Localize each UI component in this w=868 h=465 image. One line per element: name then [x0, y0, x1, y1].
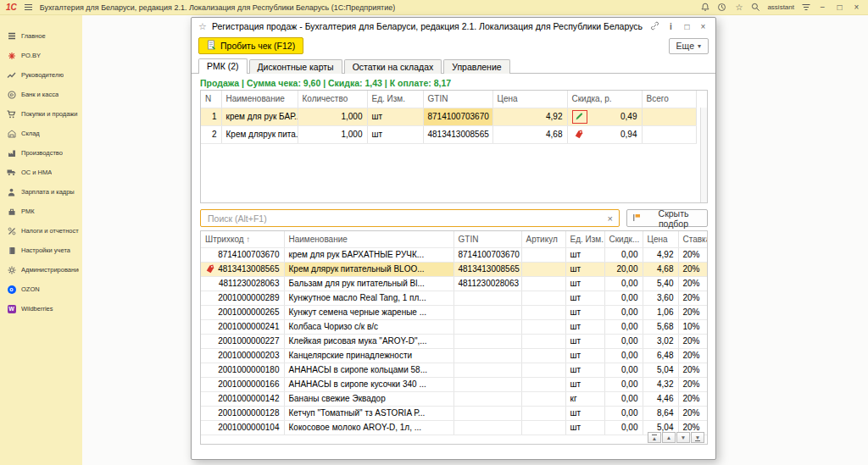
sidebar-item-ozon[interactable]: oOZON	[0, 280, 82, 299]
notifications-bell-icon[interactable]	[699, 3, 710, 12]
sidebar-item-label: Покупки и продажи	[21, 110, 78, 118]
cart-row[interactable]: 2Крем длярук пита...1,000шт4813413008565…	[201, 125, 696, 143]
search-input[interactable]	[206, 213, 605, 224]
get-link-icon[interactable]	[649, 21, 660, 32]
current-user-label[interactable]: assistant	[767, 3, 794, 11]
cart-row[interactable]: 1крем для рук БАР...1,000шт8714100703670…	[201, 108, 696, 125]
hide-picker-label: Скрыть подбор	[645, 208, 702, 229]
sidebar-item-bank-cash[interactable]: Банк и касса	[0, 85, 82, 104]
tab-discount-cards[interactable]: Дисконтные карты	[249, 59, 342, 74]
favorite-star-icon[interactable]: ☆	[198, 21, 207, 32]
cart-col-price[interactable]: Цена	[492, 91, 567, 108]
barcode-value: 2001000000203	[216, 351, 280, 360]
product-row[interactable]: 2001000000241Колбаса Чоризо с/к в/сшт0,0…	[201, 319, 707, 334]
sidebar-item-purchases-sales[interactable]: Покупки и продажи	[0, 104, 82, 124]
maximize-window-icon[interactable]: □	[834, 3, 845, 12]
sidebar-item-label: OZON	[21, 285, 40, 293]
product-row[interactable]: 2001000000104Кокосовое молоко AROY-D, 1л…	[201, 420, 707, 435]
person-icon	[7, 187, 16, 197]
barcode-value: 2001000000241	[216, 322, 280, 331]
cart-icon	[7, 109, 16, 119]
cart-col-n[interactable]: N	[201, 91, 221, 108]
sidebar-item-label: Производство	[21, 149, 63, 157]
products-col-unit[interactable]: Ед. Изм.	[565, 231, 604, 247]
product-row[interactable]: 2001000000227Клейкая рисовая мука "AROY-…	[201, 334, 707, 348]
product-row[interactable]: 2001000000203Канцелярские принадлежности…	[201, 348, 707, 363]
chart-icon	[7, 70, 16, 80]
tab-rmk[interactable]: РМК (2)	[198, 58, 248, 74]
product-row[interactable]: 2001000000289Кунжутное масло Real Tang, …	[201, 291, 707, 305]
cart-col-gtin[interactable]: GTIN	[423, 91, 492, 108]
sidebar-item-label: Банк и касса	[21, 91, 58, 98]
sidebar-item-rmk[interactable]: РМК	[0, 202, 82, 221]
barcode-value: 4813413008565	[216, 264, 280, 274]
clear-search-icon[interactable]: ×	[605, 213, 615, 224]
sidebar-item-administration[interactable]: Администрирование	[0, 260, 82, 280]
cart-col-name[interactable]: Наименование	[221, 91, 298, 108]
main-menu-icon[interactable]	[23, 3, 34, 11]
sidebar-item-salary-hr[interactable]: Зарплата и кадры	[0, 182, 82, 202]
close-form-icon[interactable]: ×	[698, 22, 709, 31]
menu-icon	[7, 31, 16, 41]
product-row[interactable]: 2001000000128Кетчуп "Томатный" тз ASTORI…	[201, 406, 707, 420]
products-col-discount[interactable]: Скидк...	[604, 231, 643, 247]
product-row[interactable]: 4811230028063Бальзам для рук питательный…	[201, 276, 707, 291]
barcode-value: 4811230028063	[216, 279, 280, 288]
sidebar-item-wildberries[interactable]: WWildberries	[0, 299, 82, 318]
products-table-grid: Штрихкод ↑НаименованиеGTINАртикулЕд. Изм…	[201, 231, 708, 435]
pencil-green-icon[interactable]	[572, 110, 587, 124]
go-last-icon[interactable]: ▼	[691, 432, 704, 443]
close-window-icon[interactable]: ×	[851, 3, 862, 12]
go-prev-icon[interactable]: ▲	[662, 432, 676, 443]
go-next-icon[interactable]: ▼	[676, 432, 690, 443]
sidebar-item-manager[interactable]: Руководителю	[0, 65, 82, 85]
search-icon[interactable]	[750, 3, 761, 12]
tab-management[interactable]: Управление	[443, 59, 509, 74]
product-row[interactable]: 2001000000142Бананы свежие Эквадоркг0,00…	[201, 391, 707, 406]
commit-check-button[interactable]: Пробить чек (F12)	[198, 37, 303, 54]
more-label: Еще	[676, 41, 694, 51]
products-col-price[interactable]: Цена	[643, 231, 678, 247]
product-row[interactable]: 2001000000265Кунжут семена черные жарены…	[201, 305, 707, 319]
products-col-article[interactable]: Артикул	[521, 231, 565, 247]
minimize-window-icon[interactable]: −	[817, 3, 828, 12]
truck-icon	[7, 168, 16, 177]
products-col-name[interactable]: Наименование	[284, 231, 453, 247]
products-col-rate[interactable]: Ставка...	[678, 231, 707, 247]
sidebar-item-label: РМК	[21, 208, 35, 215]
product-row[interactable]: 4813413008565Крем длярук питательный BLO…	[201, 262, 707, 276]
cart-table-scrollbar[interactable]	[700, 108, 707, 202]
product-row[interactable]: 2001000000166АНАНАСЫ в сиропе кусочки 34…	[201, 377, 707, 391]
tag-red-icon[interactable]	[572, 129, 586, 141]
sidebar-item-accounting-settings[interactable]: Настройки учета	[0, 241, 82, 260]
service-menu-icon[interactable]	[800, 3, 811, 11]
cart-table-grid: NНаименованиеКоличествоЕд. Изм.GTINЦенаС…	[201, 91, 697, 144]
window-titlebar: ☆ Регистрация продаж - Бухгалтерия для Б…	[192, 18, 715, 35]
picker-panel-icon	[632, 213, 641, 224]
sidebar-item-os-nma[interactable]: ОС и НМА	[0, 163, 82, 182]
hide-picker-button[interactable]: Скрыть подбор	[626, 209, 708, 227]
cart-col-qty[interactable]: Количество	[298, 91, 367, 108]
more-button[interactable]: Еще ▾	[669, 38, 709, 54]
products-col-barcode[interactable]: Штрихкод ↑	[201, 231, 284, 247]
sidebar-item-warehouse[interactable]: Склад	[0, 124, 82, 143]
sidebar-item-taxes[interactable]: Налоги и отчетность	[0, 221, 82, 241]
table-nav-buttons: ▲ ▲ ▼ ▼	[648, 432, 704, 443]
history-icon[interactable]	[716, 3, 727, 12]
tab-warehouse-stock[interactable]: Остатки на складах	[344, 59, 442, 74]
cart-col-total[interactable]: Всего	[642, 91, 696, 108]
product-row[interactable]: 8714100703670крем для рук БАРХАТНЫЕ РУЧК…	[201, 247, 707, 262]
sidebar-item-label: Склад	[21, 130, 40, 137]
cart-col-unit[interactable]: Ед. Изм.	[367, 91, 423, 108]
sidebar-item-main[interactable]: Главное	[0, 26, 82, 46]
cart-col-disc[interactable]: Скидка, р.	[567, 91, 642, 108]
products-col-gtin[interactable]: GTIN	[453, 231, 521, 247]
info-icon[interactable]: i	[665, 22, 676, 31]
go-first-icon[interactable]: ▲	[648, 432, 661, 443]
product-row[interactable]: 2001000000180АНАНАСЫ в сиропе кольцами 5…	[201, 363, 707, 377]
sidebar-item-label: Настройки учета	[21, 246, 70, 254]
maximize-form-icon[interactable]: □	[682, 22, 693, 31]
favorites-star-icon[interactable]: ☆	[733, 3, 744, 12]
sidebar-item-po-by[interactable]: PO.BY	[0, 46, 82, 65]
sidebar-item-production[interactable]: Производство	[0, 143, 82, 163]
